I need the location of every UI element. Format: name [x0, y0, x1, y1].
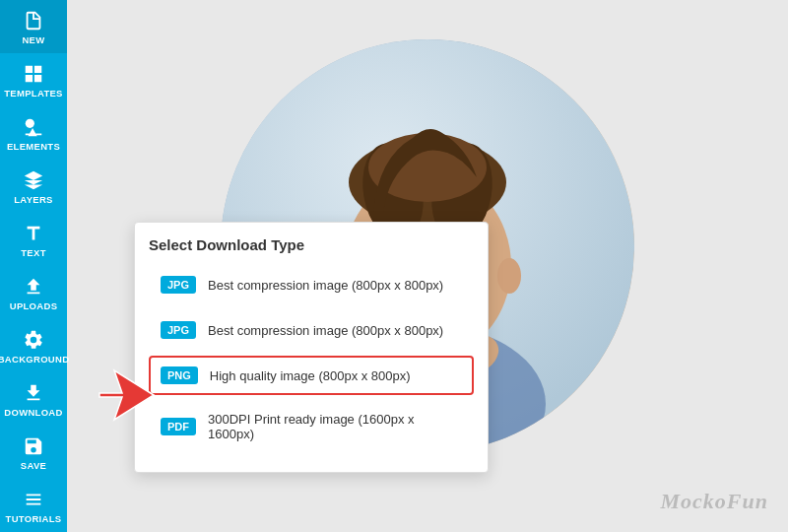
templates-icon — [23, 63, 44, 85]
sidebar-item-elements-label: ELEMENTS — [7, 141, 60, 152]
option-text-pdf: 300DPI Print ready image (1600px x 1600p… — [208, 412, 462, 441]
sidebar-item-uploads-label: UPLOADS — [10, 300, 58, 311]
text-icon — [23, 223, 44, 244]
sidebar-item-elements[interactable]: ELEMENTS — [0, 106, 67, 160]
sidebar-item-layers[interactable]: LAYERS — [0, 160, 67, 213]
sidebar-item-text-label: TEXT — [21, 247, 45, 258]
sidebar-item-new-label: NEW — [22, 34, 44, 45]
download-icon — [23, 382, 44, 404]
sidebar-item-layers-label: LAYERS — [14, 194, 52, 205]
option-badge-png: PNG — [161, 366, 198, 384]
svg-marker-19 — [99, 370, 154, 420]
sidebar-item-tutorials-label: TUTORIALS — [6, 513, 62, 524]
sidebar-item-background-label: BACKGROUND — [0, 354, 69, 365]
sidebar-item-save-label: SAVE — [21, 460, 46, 471]
download-option-pdf[interactable]: PDF 300DPI Print ready image (1600px x 1… — [149, 401, 474, 452]
gear-icon — [23, 329, 44, 351]
option-badge-jpg1: JPG — [161, 276, 196, 294]
sidebar-item-download[interactable]: DOWNLOAD — [0, 372, 67, 426]
file-icon — [23, 10, 44, 32]
tutorials-icon — [23, 489, 44, 510]
option-badge-pdf: PDF — [161, 418, 196, 435]
upload-icon — [23, 276, 44, 298]
main-canvas: Select Download Type JPG Best compressio… — [67, 0, 788, 532]
brand-watermark: MockoFun — [661, 489, 768, 514]
option-text-jpg1: Best compression image (800px x 800px) — [208, 278, 443, 293]
sidebar-item-save[interactable]: SAVE — [0, 426, 67, 479]
layers-icon — [23, 169, 44, 191]
download-popup: Select Download Type JPG Best compressio… — [134, 222, 489, 473]
brand-text: MockoFun — [661, 489, 768, 513]
sidebar-item-tutorials[interactable]: TUTORIALS — [0, 479, 67, 532]
save-icon — [23, 435, 44, 457]
elements-icon — [23, 116, 44, 138]
popup-title: Select Download Type — [149, 236, 474, 253]
sidebar-item-background[interactable]: BACKGROUND — [0, 319, 67, 372]
sidebar-item-uploads[interactable]: UPLOADS — [0, 266, 67, 319]
sidebar-item-new[interactable]: NEW — [0, 0, 67, 53]
download-option-jpg1[interactable]: JPG Best compression image (800px x 800p… — [149, 265, 474, 304]
svg-point-0 — [26, 119, 34, 128]
option-text-jpg2: Best compression image (800px x 800px) — [208, 323, 443, 338]
sidebar: NEW TEMPLATES ELEMENTS LAYERS TEXT UPLOA… — [0, 0, 67, 532]
sidebar-item-text[interactable]: TEXT — [0, 213, 67, 266]
svg-point-17 — [497, 258, 521, 294]
download-option-jpg2[interactable]: JPG Best compression image (800px x 800p… — [149, 310, 474, 350]
download-option-png[interactable]: PNG High quality image (800px x 800px) — [149, 356, 474, 395]
sidebar-item-download-label: DOWNLOAD — [4, 407, 62, 418]
option-badge-jpg2: JPG — [161, 321, 196, 339]
sidebar-item-templates-label: TEMPLATES — [4, 88, 63, 99]
arrow-indicator — [95, 361, 164, 433]
sidebar-item-templates[interactable]: TEMPLATES — [0, 53, 67, 106]
option-text-png: High quality image (800px x 800px) — [210, 368, 411, 383]
